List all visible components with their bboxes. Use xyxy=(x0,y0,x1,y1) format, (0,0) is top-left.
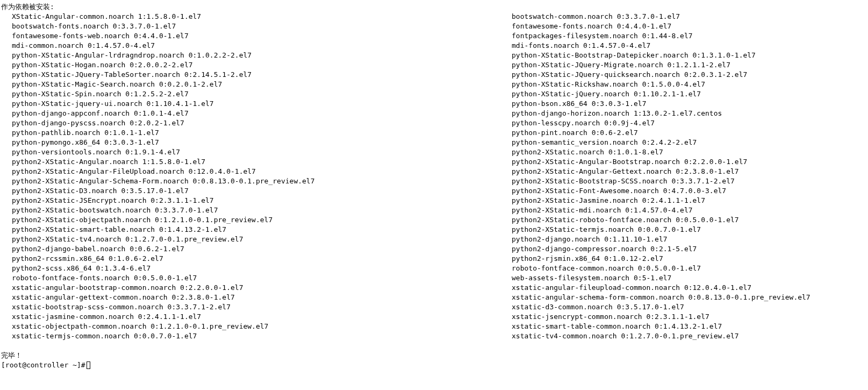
package-line: python-django-appconf.noarch 0:1.0.1-4.e… xyxy=(12,109,501,118)
package-line: python-django-pyscss.noarch 0:2.0.2-1.el… xyxy=(12,118,501,128)
package-line: python-XStatic-JQuery-quicksearch.noarch… xyxy=(512,70,867,80)
package-line: python-lesscpy.noarch 0:0.9j-4.el7 xyxy=(512,118,867,128)
prompt-line[interactable]: [root@controller ~]# xyxy=(1,360,867,370)
package-line: xstatic-jasmine-common.noarch 0:2.4.1.1-… xyxy=(12,312,501,322)
package-line: python2-XStatic.noarch 0:1.0.1-8.el7 xyxy=(512,147,867,157)
package-line: web-assets-filesystem.noarch 0:5-1.el7 xyxy=(512,273,867,283)
package-line: python-XStatic-Magic-Search.noarch 0:0.2… xyxy=(12,80,501,89)
package-line: python2-XStatic-Angular-Gettext.noarch 0… xyxy=(512,167,867,176)
shell-prompt: [root@controller ~]# xyxy=(1,360,85,370)
package-line: python2-django.noarch 0:1.11.10-1.el7 xyxy=(512,235,867,244)
package-line: python-XStatic-Angular-lrdragndrop.noarc… xyxy=(12,51,501,60)
package-line: python2-XStatic-Font-Awesome.noarch 0:4.… xyxy=(512,186,867,196)
package-line: mdi-fonts.noarch 0:1.4.57.0-4.el7 xyxy=(512,41,867,51)
package-line: python2-django-compressor.noarch 0:2.1-5… xyxy=(512,244,867,254)
package-line: python2-XStatic-Bootstrap-SCSS.noarch 0:… xyxy=(512,176,867,186)
package-line: roboto-fontface-fonts.noarch 0:0.5.0.0-1… xyxy=(12,273,501,283)
done-text: 完毕！ xyxy=(1,351,867,360)
package-line: python-pymongo.x86_64 0:3.0.3-1.el7 xyxy=(12,138,501,147)
terminal-footer: 完毕！ [root@controller ~]# xyxy=(1,351,867,370)
dependency-install-header: 作为依赖被安装: xyxy=(1,2,867,12)
package-line: XStatic-Angular-common.noarch 1:1.5.8.0-… xyxy=(12,12,501,22)
package-line: xstatic-d3-common.noarch 0:3.5.17.0-1.el… xyxy=(512,302,867,312)
package-line: python2-django-babel.noarch 0:0.6.2-1.el… xyxy=(12,244,501,254)
package-line: roboto-fontface-common.noarch 0:0.5.0.0-… xyxy=(512,264,867,273)
package-line: xstatic-angular-fileupload-common.noarch… xyxy=(512,283,867,293)
package-line: python2-XStatic-tv4.noarch 0:1.2.7.0-0.1… xyxy=(12,235,501,244)
package-line: python2-XStatic-termjs.noarch 0:0.0.7.0-… xyxy=(512,225,867,235)
package-line: python-pathlib.noarch 0:1.0.1-1.el7 xyxy=(12,128,501,138)
package-line: bootswatch-common.noarch 0:3.3.7.0-1.el7 xyxy=(512,12,867,22)
package-column-1: XStatic-Angular-common.noarch 1:1.5.8.0-… xyxy=(1,12,501,341)
package-line: python2-XStatic-bootswatch.noarch 0:3.3.… xyxy=(12,205,501,215)
package-column-2: bootswatch-common.noarch 0:3.3.7.0-1.el7… xyxy=(501,12,867,341)
package-line: python2-rjsmin.x86_64 0:1.0.12-2.el7 xyxy=(512,254,867,264)
package-line: python-XStatic-Hogan.noarch 0:2.0.0.2-2.… xyxy=(12,60,501,70)
package-line: python2-XStatic-Angular-FileUpload.noarc… xyxy=(12,167,501,176)
package-line: python-XStatic-jquery-ui.noarch 0:1.10.4… xyxy=(12,99,501,109)
package-line: fontawesome-fonts.noarch 0:4.4.0-1.el7 xyxy=(512,22,867,31)
package-line: fontpackages-filesystem.noarch 0:1.44-8.… xyxy=(512,31,867,41)
package-line: python2-XStatic-Angular.noarch 1:1.5.8.0… xyxy=(12,157,501,167)
package-line: python-XStatic-JQuery-TableSorter.noarch… xyxy=(12,70,501,80)
package-line: python-bson.x86_64 0:3.0.3-1.el7 xyxy=(512,99,867,109)
package-line: python-XStatic-Rickshaw.noarch 0:1.5.0.0… xyxy=(512,80,867,89)
package-line: xstatic-termjs-common.noarch 0:0.0.7.0-1… xyxy=(12,331,501,341)
package-line: python2-XStatic-objectpath.noarch 0:1.2.… xyxy=(12,215,501,225)
package-line: python-pint.noarch 0:0.6-2.el7 xyxy=(512,128,867,138)
package-line: fontawesome-fonts-web.noarch 0:4.4.0-1.e… xyxy=(12,31,501,41)
package-line: python-XStatic-jQuery.noarch 0:1.10.2.1-… xyxy=(512,89,867,99)
package-columns: XStatic-Angular-common.noarch 1:1.5.8.0-… xyxy=(1,12,867,341)
package-line: python2-XStatic-Jasmine.noarch 0:2.4.1.1… xyxy=(512,196,867,205)
package-line: python-XStatic-Spin.noarch 0:1.2.5.2-2.e… xyxy=(12,89,501,99)
package-line: python-XStatic-JQuery-Migrate.noarch 0:1… xyxy=(512,60,867,70)
package-line: xstatic-objectpath-common.noarch 0:1.2.1… xyxy=(12,322,501,331)
package-line: python2-XStatic-D3.noarch 0:3.5.17.0-1.e… xyxy=(12,186,501,196)
package-line: python2-scss.x86_64 0:1.3.4-6.el7 xyxy=(12,264,501,273)
package-line: bootswatch-fonts.noarch 0:3.3.7.0-1.el7 xyxy=(12,22,501,31)
cursor-icon xyxy=(87,361,90,369)
package-line: xstatic-tv4-common.noarch 0:1.2.7.0-0.1.… xyxy=(512,331,867,341)
package-line: xstatic-bootstrap-scss-common.noarch 0:3… xyxy=(12,302,501,312)
package-line: python2-XStatic-Angular-Bootstrap.noarch… xyxy=(512,157,867,167)
package-line: mdi-common.noarch 0:1.4.57.0-4.el7 xyxy=(12,41,501,51)
package-line: python-versiontools.noarch 0:1.9.1-4.el7 xyxy=(12,147,501,157)
package-line: python2-XStatic-smart-table.noarch 0:1.4… xyxy=(12,225,501,235)
package-line: xstatic-jsencrypt-common.noarch 0:2.3.1.… xyxy=(512,312,867,322)
package-line: python-semantic_version.noarch 0:2.4.2-2… xyxy=(512,138,867,147)
package-line: python2-XStatic-roboto-fontface.noarch 0… xyxy=(512,215,867,225)
package-line: python-django-horizon.noarch 1:13.0.2-1.… xyxy=(512,109,867,118)
package-line: xstatic-angular-gettext-common.noarch 0:… xyxy=(12,293,501,302)
package-line: xstatic-smart-table-common.noarch 0:1.4.… xyxy=(512,322,867,331)
package-line: python2-XStatic-Angular-Schema-Form.noar… xyxy=(12,176,501,186)
package-line: python2-XStatic-JSEncrypt.noarch 0:2.3.1… xyxy=(12,196,501,205)
package-line: xstatic-angular-schema-form-common.noarc… xyxy=(512,293,867,302)
package-line: python2-XStatic-mdi.noarch 0:1.4.57.0-4.… xyxy=(512,205,867,215)
package-line: xstatic-angular-bootstrap-common.noarch … xyxy=(12,283,501,293)
package-line: python2-rcssmin.x86_64 0:1.0.6-2.el7 xyxy=(12,254,501,264)
package-line: python-XStatic-Bootstrap-Datepicker.noar… xyxy=(512,51,867,60)
